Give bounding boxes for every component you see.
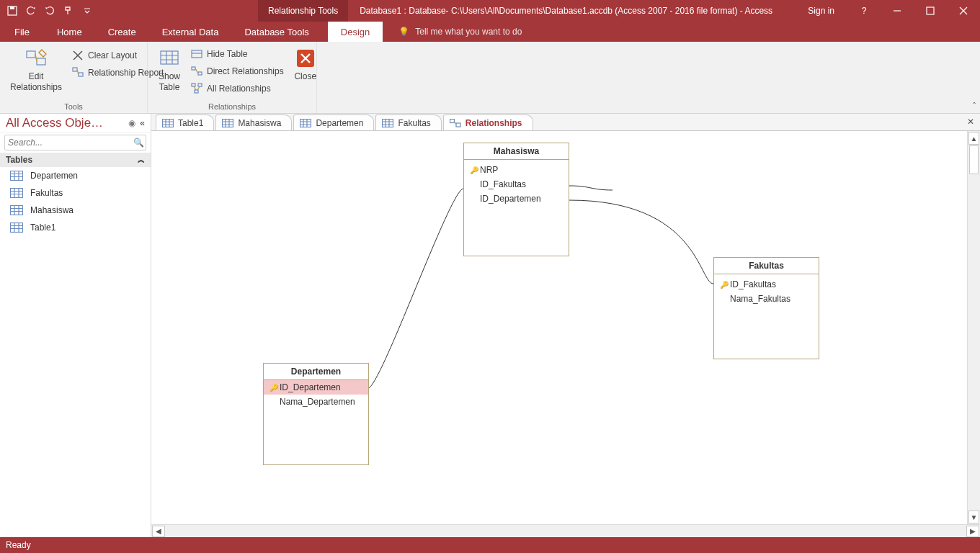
relationships-icon	[450, 119, 461, 127]
tab-create[interactable]: Create	[95, 22, 149, 42]
table-fakultas[interactable]: Fakultas 🔑ID_Fakultas Nama_Fakultas	[713, 257, 819, 359]
tab-home[interactable]: Home	[44, 22, 95, 42]
primary-key-icon: 🔑	[270, 384, 280, 392]
ribbon-group-relationships: Show Table Hide Table Direct Relationshi…	[148, 42, 317, 113]
doc-tab-fakultas[interactable]: Fakultas	[375, 114, 441, 130]
horizontal-scrollbar[interactable]: ◀ ▶	[151, 524, 980, 537]
doc-tab-relationships[interactable]: Relationships	[443, 114, 533, 130]
nav-item-table1[interactable]: Table1	[0, 219, 151, 236]
document-area: Table1 Mahasiswa Departemen Fakultas Rel…	[151, 114, 980, 537]
redo-button[interactable]	[40, 0, 59, 22]
primary-key-icon: 🔑	[470, 166, 480, 174]
doc-tab-label: Departemen	[316, 118, 363, 128]
table-icon	[10, 222, 23, 233]
svg-rect-8	[192, 50, 202, 58]
table-icon	[162, 119, 174, 127]
nav-item-label: Table1	[30, 222, 55, 233]
ribbon-tabs: File Home Create External Data Database …	[0, 22, 980, 42]
nav-item-fakultas[interactable]: Fakultas	[0, 184, 151, 202]
pin-icon[interactable]: ◉	[128, 118, 135, 128]
doc-tab-departemen[interactable]: Departemen	[293, 114, 374, 130]
edit-relationships-label: Edit Relationships	[10, 71, 62, 93]
scroll-thumb[interactable]	[969, 145, 979, 174]
vertical-scrollbar[interactable]: ▲ ▼	[967, 131, 980, 524]
field-id-fakultas[interactable]: ID_Fakultas	[464, 177, 569, 192]
field-label: Nama_Departemen	[280, 397, 355, 407]
svg-rect-1	[10, 6, 14, 9]
navpane-group-label: Tables	[6, 155, 32, 165]
navpane-search[interactable]: 🔍	[4, 135, 146, 150]
direct-relationships-label: Direct Relationships	[207, 66, 284, 76]
svg-rect-24	[456, 123, 460, 127]
workspace: All Access Obje… ◉ « 🔍 Tables ︽ Departem…	[0, 114, 980, 537]
doc-tab-table1[interactable]: Table1	[156, 114, 214, 130]
svg-rect-17	[11, 206, 23, 215]
close-tab-button[interactable]: ✕	[967, 117, 974, 127]
all-relationships-icon	[191, 83, 202, 94]
doc-tab-label: Fakultas	[398, 118, 430, 128]
scroll-down-button[interactable]: ▼	[968, 511, 979, 523]
nav-item-label: Fakultas	[30, 188, 63, 198]
close-icon	[294, 47, 317, 70]
tab-design[interactable]: Design	[328, 22, 383, 42]
table-departemen[interactable]: Departemen 🔑ID_Departemen Nama_Departeme…	[263, 363, 369, 465]
chevron-left-icon[interactable]: «	[140, 118, 145, 128]
help-button[interactable]: ?	[847, 0, 881, 22]
navpane-title: All Access Obje…	[6, 116, 124, 130]
direct-relationships-button[interactable]: Direct Relationships	[187, 63, 288, 80]
table-mahasiswa[interactable]: Mahasiswa 🔑NRP ID_Fakultas ID_Departemen	[463, 143, 569, 256]
window-controls: ?	[847, 0, 980, 22]
scroll-right-button[interactable]: ▶	[966, 526, 979, 537]
table-fields: 🔑NRP ID_Fakultas ID_Departemen	[464, 160, 569, 209]
scroll-up-button[interactable]: ▲	[968, 132, 979, 145]
edit-relationships-button[interactable]: Edit Relationships	[4, 44, 68, 93]
search-icon[interactable]: 🔍	[131, 138, 146, 148]
group-label-relationships: Relationships	[152, 101, 312, 113]
tab-database-tools[interactable]: Database Tools	[231, 22, 321, 42]
nav-item-mahasiswa[interactable]: Mahasiswa	[0, 202, 151, 219]
svg-rect-2	[927, 7, 934, 14]
field-nrp[interactable]: 🔑NRP	[464, 163, 569, 177]
collapse-ribbon-button[interactable]: ˆ	[973, 102, 976, 112]
nav-item-departemen[interactable]: Departemen	[0, 167, 151, 184]
svg-rect-19	[163, 119, 174, 127]
direct-relationships-icon	[191, 66, 202, 77]
table-icon	[10, 205, 23, 215]
field-id-departemen[interactable]: ID_Departemen	[464, 192, 569, 206]
field-id-fakultas[interactable]: 🔑ID_Fakultas	[714, 277, 819, 292]
relationships-canvas[interactable]: Mahasiswa 🔑NRP ID_Fakultas ID_Departemen…	[151, 131, 980, 524]
save-button[interactable]	[3, 0, 22, 22]
collapse-group-icon[interactable]: ︽	[138, 155, 145, 165]
navpane-group-tables[interactable]: Tables ︽	[0, 153, 151, 167]
close-window-button[interactable]	[947, 0, 980, 22]
svg-rect-21	[300, 119, 311, 127]
maximize-button[interactable]	[914, 0, 947, 22]
field-nama-departemen[interactable]: Nama_Departemen	[264, 395, 368, 409]
tab-external-data[interactable]: External Data	[149, 22, 232, 42]
field-id-departemen[interactable]: 🔑ID_Departemen	[264, 380, 368, 395]
navigation-pane: All Access Obje… ◉ « 🔍 Tables ︽ Departem…	[0, 114, 151, 537]
minimize-button[interactable]	[881, 0, 914, 22]
signin-link[interactable]: Sign in	[795, 6, 847, 16]
field-label: ID_Fakultas	[730, 279, 776, 289]
search-input[interactable]	[5, 138, 131, 148]
format-painter-button[interactable]	[59, 0, 78, 22]
field-nama-fakultas[interactable]: Nama_Fakultas	[714, 292, 819, 306]
scroll-left-button[interactable]: ◀	[152, 526, 165, 537]
clear-layout-icon	[72, 50, 84, 61]
navpane-header[interactable]: All Access Obje… ◉ «	[0, 114, 151, 132]
tell-me-search[interactable]: 💡 Tell me what you want to do	[383, 22, 522, 42]
tab-file[interactable]: File	[0, 22, 44, 42]
hide-table-button[interactable]: Hide Table	[187, 45, 288, 63]
undo-button[interactable]	[22, 0, 40, 22]
show-table-button[interactable]: Show Table	[152, 44, 187, 93]
svg-rect-13	[195, 90, 198, 93]
doc-tab-mahasiswa[interactable]: Mahasiswa	[215, 114, 292, 130]
all-relationships-button[interactable]: All Relationships	[187, 80, 288, 97]
field-label: Nama_Fakultas	[730, 294, 790, 304]
status-text: Ready	[6, 540, 31, 550]
qat-customize-button[interactable]	[78, 0, 97, 22]
close-button[interactable]: Close	[288, 44, 323, 82]
titlebar: Relationship Tools Database1 : Database-…	[0, 0, 980, 22]
svg-rect-16	[11, 189, 23, 198]
